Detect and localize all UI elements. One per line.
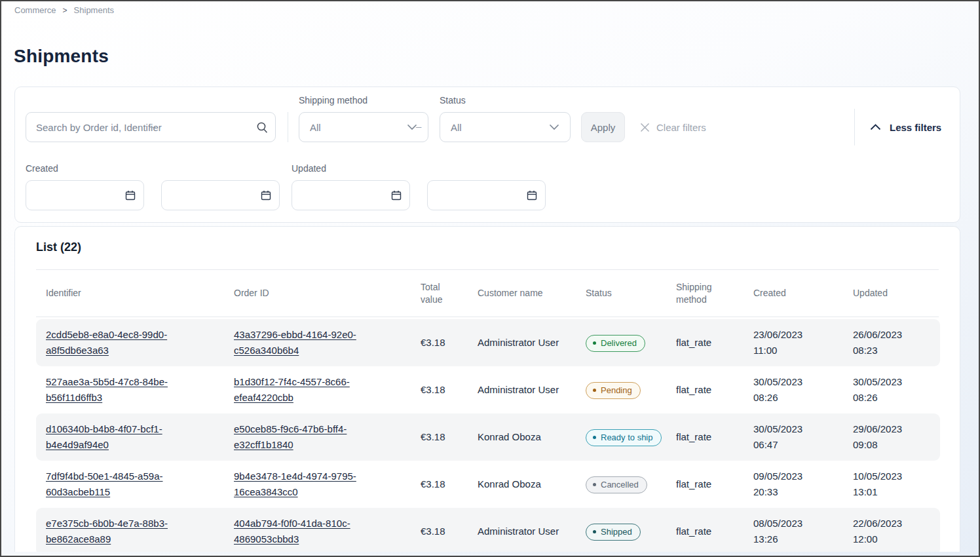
cell-status: Delivered <box>576 334 666 352</box>
cell-shipping-method: flat_rate <box>666 335 744 351</box>
search-icon[interactable] <box>249 113 275 142</box>
cell-shipping-method: flat_rate <box>666 476 744 492</box>
updated-value: 30/05/2023 08:26 <box>853 374 915 406</box>
table-row: 7df9f4bd-50e1-4845-a59a-60d3acbeb115 9b4… <box>36 461 940 508</box>
calendar-icon <box>383 181 409 210</box>
status-badge-label: Shipped <box>601 526 632 537</box>
order-id-link[interactable]: 9b4e3478-1e4d-4974-9795-16cea3843cc0 <box>234 471 356 497</box>
breadcrumb-commerce[interactable]: Commerce <box>14 5 56 15</box>
cell-shipping-method: flat_rate <box>666 524 744 539</box>
filter-divider-2 <box>854 109 855 145</box>
created-from-input[interactable] <box>26 180 144 210</box>
less-filters-label: Less filters <box>890 122 941 133</box>
created-filter-label: Created <box>26 163 58 174</box>
table-row: 2cdd5eb8-e8a0-4ec8-99d0-a8f5db6e3a63 43a… <box>36 319 940 366</box>
updated-value: 10/05/2023 13:01 <box>853 469 915 500</box>
cell-total-value: €3.18 <box>411 524 468 539</box>
cell-customer-name: Administrator User <box>468 524 576 539</box>
updated-from-field[interactable] <box>292 190 383 201</box>
cell-created: 30/05/2023 06:47 <box>744 421 843 453</box>
cell-status: Cancelled <box>576 475 666 493</box>
cell-status: Ready to ship <box>576 428 666 446</box>
breadcrumb: Commerce > Shipments <box>14 5 114 15</box>
created-from-field[interactable] <box>26 190 117 201</box>
order-id-link[interactable]: 43a37296-ebbd-4164-92e0-c526a340b6b4 <box>234 329 356 356</box>
identifier-link[interactable]: 527aae3a-5b5d-47c8-84be-b56f11d6ffb3 <box>46 376 168 403</box>
updated-value: 26/06/2023 08:23 <box>853 327 915 358</box>
cell-customer-name: Konrad Oboza <box>468 476 576 492</box>
chevron-down-icon <box>549 124 559 130</box>
shipping-method-select[interactable]: All <box>299 112 428 142</box>
cell-customer-name: Administrator User <box>468 382 576 398</box>
cell-order-id: 43a37296-ebbd-4164-92e0-c526a340b6b4 <box>224 327 411 358</box>
created-range-dash: – <box>150 121 155 132</box>
updated-range-dash: – <box>416 121 421 132</box>
identifier-link[interactable]: 2cdd5eb8-e8a0-4ec8-99d0-a8f5db6e3a63 <box>46 329 167 356</box>
shipments-page: Commerce > Shipments Shipments Shipping … <box>0 0 980 557</box>
updated-to-input[interactable] <box>427 180 546 210</box>
cell-created: 23/06/2023 11:00 <box>744 327 843 358</box>
order-id-link[interactable]: e50ceb85-f9c6-47b6-bff4-e32cff1b1840 <box>234 423 347 450</box>
clear-filters-button[interactable]: Clear filters <box>640 112 706 142</box>
created-to-input[interactable] <box>161 180 280 210</box>
order-id-link[interactable]: b1d30f12-7f4c-4557-8c66-efeaf4220cbb <box>234 376 350 403</box>
cell-customer-name: Administrator User <box>468 335 576 351</box>
cell-order-id: 404ab794-f0f0-41da-810c-4869053cbbd3 <box>224 516 411 547</box>
column-header-identifier: Identifier <box>36 287 224 299</box>
created-value: 30/05/2023 08:26 <box>753 374 816 406</box>
shipping-method-value: All <box>310 122 321 133</box>
clear-filters-label: Clear filters <box>656 122 706 133</box>
table-row: 527aae3a-5b5d-47c8-84be-b56f11d6ffb3 b1d… <box>36 366 940 413</box>
cell-created: 08/05/2023 13:26 <box>744 516 843 547</box>
column-header-updated: Updated <box>843 287 940 299</box>
updated-from-input[interactable] <box>292 180 410 210</box>
identifier-link[interactable]: d106340b-b4b8-4f07-bcf1-b4e4d9af94e0 <box>46 423 162 450</box>
column-header-order-id: Order ID <box>224 287 411 299</box>
table-header: Identifier Order ID Total value Customer… <box>36 270 940 317</box>
cell-updated: 29/06/2023 09:08 <box>843 421 940 453</box>
apply-button[interactable]: Apply <box>581 112 625 142</box>
cell-identifier: 527aae3a-5b5d-47c8-84be-b56f11d6ffb3 <box>36 374 224 406</box>
search-input[interactable] <box>26 122 249 133</box>
calendar-icon <box>117 181 143 210</box>
updated-value: 22/06/2023 12:00 <box>853 516 915 547</box>
chevron-up-icon <box>870 124 881 130</box>
identifier-link[interactable]: e7e375cb-6b0b-4e7a-88b3-be862ace8a89 <box>46 518 168 545</box>
status-badge: Pending <box>586 382 641 399</box>
page-title: Shipments <box>14 46 109 67</box>
created-to-field[interactable] <box>162 190 253 201</box>
status-badge-label: Delivered <box>601 337 637 349</box>
status-select[interactable]: All <box>440 112 571 142</box>
status-badge: Shipped <box>586 524 641 541</box>
cell-updated: 22/06/2023 12:00 <box>843 516 940 547</box>
cell-identifier: 7df9f4bd-50e1-4845-a59a-60d3acbeb115 <box>36 469 224 500</box>
created-value: 09/05/2023 20:33 <box>753 469 816 500</box>
cell-identifier: e7e375cb-6b0b-4e7a-88b3-be862ace8a89 <box>36 516 224 547</box>
calendar-icon <box>519 181 545 210</box>
created-value: 30/05/2023 06:47 <box>753 421 816 453</box>
table-row: d106340b-b4b8-4f07-bcf1-b4e4d9af94e0 e50… <box>36 413 940 461</box>
column-header-shipping-method: Shipping method <box>666 281 744 306</box>
updated-to-field[interactable] <box>428 190 519 201</box>
cell-total-value: €3.18 <box>411 382 468 398</box>
cell-identifier: d106340b-b4b8-4f07-bcf1-b4e4d9af94e0 <box>36 421 224 453</box>
order-id-link[interactable]: 404ab794-f0f0-41da-810c-4869053cbbd3 <box>234 518 350 545</box>
table-row: e7e375cb-6b0b-4e7a-88b3-be862ace8a89 404… <box>36 508 940 552</box>
less-filters-toggle[interactable]: Less filters <box>870 112 941 142</box>
cell-updated: 30/05/2023 08:26 <box>843 374 940 406</box>
filters-panel: Shipping method All Status All Apply <box>14 86 960 223</box>
status-label: Status <box>440 95 466 106</box>
status-dot-icon <box>593 389 596 392</box>
table-body: 2cdd5eb8-e8a0-4ec8-99d0-a8f5db6e3a63 43a… <box>36 319 940 552</box>
status-badge-label: Cancelled <box>601 479 639 490</box>
cell-status: Pending <box>576 381 666 399</box>
status-dot-icon <box>593 436 596 439</box>
cell-created: 09/05/2023 20:33 <box>744 469 843 500</box>
updated-value: 29/06/2023 09:08 <box>853 421 915 453</box>
status-value: All <box>451 122 462 133</box>
cell-total-value: €3.18 <box>411 335 468 351</box>
identifier-link[interactable]: 7df9f4bd-50e1-4845-a59a-60d3acbeb115 <box>46 471 162 497</box>
cell-status: Shipped <box>576 522 666 541</box>
breadcrumb-separator: > <box>63 6 67 15</box>
status-badge-label: Pending <box>601 385 632 396</box>
